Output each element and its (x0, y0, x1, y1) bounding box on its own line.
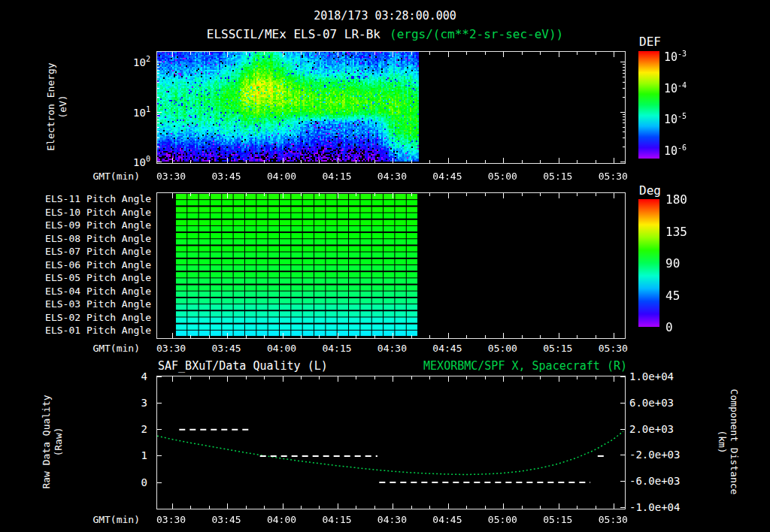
pitch-row-label: ELS-04 Pitch Angle (45, 285, 151, 298)
tick-mark (623, 97, 625, 98)
tick-mark (393, 503, 393, 509)
tick-mark (466, 376, 467, 379)
tick-mark (227, 376, 228, 382)
tick-mark (596, 506, 596, 509)
tick-mark (448, 503, 449, 509)
def-colorbar-title: DEF (639, 35, 661, 49)
pitch-row-label: ELS-02 Pitch Angle (45, 311, 151, 325)
tick-mark (559, 52, 559, 57)
tick-mark (620, 162, 625, 162)
tick-mark (157, 147, 159, 147)
tick-mark (172, 52, 173, 57)
tick-mark (374, 506, 375, 509)
tick-mark (540, 506, 541, 509)
tick-mark (301, 506, 302, 509)
tick-mark (411, 160, 412, 163)
tick-mark (623, 70, 625, 71)
tick-mark (246, 335, 247, 338)
time-tick-label: 05:00 (488, 343, 517, 354)
def-colorbar-tick-labels: 10-310-410-510-6 (664, 51, 712, 161)
tick-mark (503, 503, 504, 509)
tick-mark (227, 193, 228, 198)
tick-mark (623, 67, 625, 68)
time-tick-label: 04:00 (267, 171, 296, 182)
tick-mark (190, 506, 191, 509)
tick-mark (157, 70, 159, 71)
tick-mark (264, 506, 265, 509)
tick-mark (623, 88, 625, 89)
tick-mark (623, 131, 625, 132)
tick-mark (503, 376, 504, 382)
tick-mark (614, 158, 614, 163)
gmt-axis-label-3: GMT(min) (71, 514, 140, 525)
tick-mark (559, 158, 559, 163)
tick-mark (283, 376, 283, 382)
pitch-row-label: ELS-11 Pitch Angle (45, 192, 151, 206)
tick-mark (338, 503, 338, 509)
tick-mark (411, 193, 412, 196)
def-colorbar-tick-label: 10-4 (664, 81, 687, 95)
tick-mark (466, 335, 467, 338)
tick-mark (157, 131, 159, 132)
tick-mark (264, 193, 265, 196)
tick-mark (246, 52, 247, 55)
tick-mark (246, 193, 247, 196)
spectrogram-y-axis-label-line2: (eV) (57, 62, 69, 150)
tick-mark (374, 193, 375, 196)
left-axis-label-line2: (Raw) (53, 394, 65, 488)
pitch-row-label: ELS-09 Pitch Angle (45, 219, 151, 232)
tick-mark (356, 376, 356, 379)
tick-mark (503, 193, 504, 198)
tick-mark (157, 482, 162, 483)
tick-mark (577, 506, 578, 509)
pitch-row-label: ELS-05 Pitch Angle (45, 271, 151, 285)
tick-mark (623, 77, 625, 77)
quality-tick-label: 0 (141, 476, 147, 488)
tick-mark (157, 97, 159, 98)
tick-mark (577, 335, 578, 338)
data-quality-distance-panel (156, 376, 626, 509)
tick-mark (338, 193, 338, 198)
tick-mark (577, 52, 578, 55)
tick-mark (522, 335, 523, 338)
tick-mark (540, 160, 541, 163)
tick-mark (620, 455, 625, 455)
electron-energy-spectrogram-panel (156, 51, 626, 164)
tick-mark (319, 193, 320, 196)
spectrogram-y-axis-label: Electron Energy (eV) (45, 62, 69, 150)
tick-mark (157, 73, 159, 74)
distance-tick-label: 6.0e+03 (629, 397, 674, 409)
time-tick-label: 05:15 (543, 171, 572, 182)
tick-mark (157, 138, 159, 138)
plot-title-units: (ergs/(cm**2-sr-sec-eV)) (390, 27, 563, 41)
tick-mark (540, 193, 541, 196)
tick-mark (190, 335, 191, 338)
tick-mark (614, 193, 614, 198)
tick-mark (246, 506, 247, 509)
tick-mark (227, 52, 228, 57)
tick-mark (393, 333, 393, 338)
tick-mark (411, 52, 412, 55)
tick-mark (522, 193, 523, 196)
tick-mark (209, 160, 210, 163)
tick-mark (209, 335, 210, 338)
plot-title-instrument: ELSSCIL/MEx ELS-07 LR-Bk (207, 27, 380, 41)
deg-colorbar-tick-labels: 18013590450 (665, 199, 703, 328)
def-colorbar (638, 51, 659, 159)
tick-mark (577, 376, 578, 379)
tick-mark (623, 114, 625, 115)
line-panel-titles: SAF_BXuT/Data Quality (L) MEXORBMC/SPF X… (156, 359, 627, 372)
tick-mark (411, 506, 412, 509)
tick-mark (157, 429, 162, 430)
tick-mark (614, 333, 614, 338)
tick-mark (356, 335, 356, 338)
tick-mark (319, 52, 320, 55)
tick-mark (319, 376, 320, 379)
line-panel-right-axis-label: Component Distance (km) (716, 389, 740, 495)
time-tick-label: 05:30 (599, 343, 628, 354)
tick-mark (623, 73, 625, 74)
tick-mark (264, 335, 265, 338)
deg-colorbar-tick-label: 45 (665, 289, 680, 302)
tick-mark (190, 193, 191, 196)
spectrogram-canvas (157, 52, 623, 162)
